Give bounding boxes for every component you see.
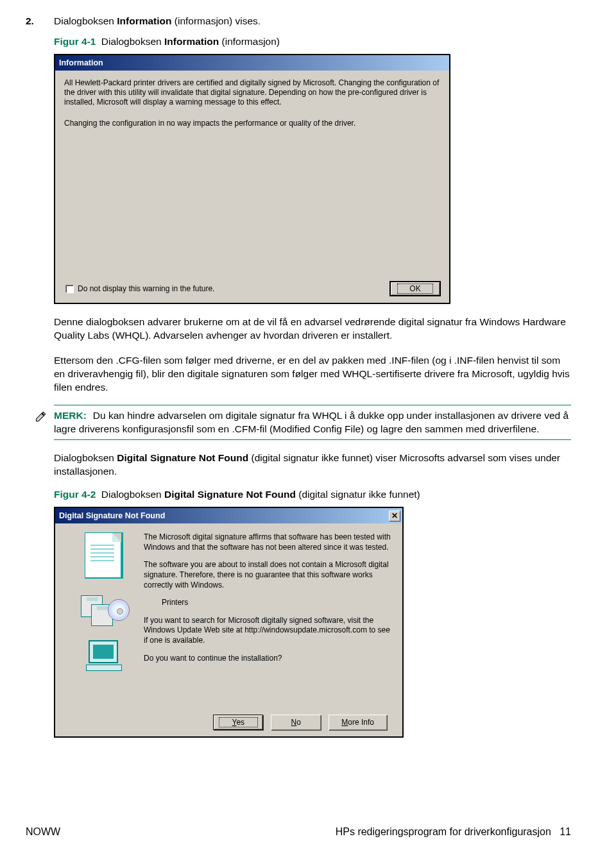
dsnf-sidebar: ? bbox=[64, 532, 144, 684]
more-info-button[interactable]: More Info bbox=[329, 715, 387, 730]
step-item: 2. Dialogboksen Information (informasjon… bbox=[26, 15, 571, 27]
dsnf-p4: Do you want to continue the installation… bbox=[144, 654, 391, 664]
disks-icon bbox=[81, 591, 127, 627]
no-button[interactable]: No bbox=[271, 715, 321, 730]
information-dialog: Information All Hewlett-Packard printer … bbox=[54, 54, 450, 304]
page-footer: NOWW HPs redigeringsprogram for driverko… bbox=[26, 826, 571, 838]
information-text-1: All Hewlett-Packard printer drivers are … bbox=[64, 78, 440, 107]
ok-button[interactable]: OK bbox=[390, 282, 440, 296]
dsnf-body-text: The Microsoft digital signature affirms … bbox=[144, 532, 393, 684]
paragraph-cfg-inf: Ettersom den .CFG-filen som følger med d… bbox=[54, 354, 571, 395]
dsnf-p2: The software you are about to install do… bbox=[144, 560, 391, 590]
suppress-warning-label: Do not display this warning in the futur… bbox=[78, 284, 214, 293]
information-title: Information bbox=[59, 58, 103, 67]
information-titlebar[interactable]: Information bbox=[55, 55, 449, 71]
footer-right: HPs redigeringsprogram for driverkonfigu… bbox=[336, 826, 571, 838]
dsnf-device: Printers bbox=[162, 598, 391, 608]
information-text-2: Changing the configuration in no way imp… bbox=[64, 119, 440, 128]
computer-icon: ? bbox=[86, 640, 122, 671]
note-icon bbox=[35, 410, 47, 423]
close-button[interactable]: ✕ bbox=[389, 511, 400, 522]
dsnf-titlebar[interactable]: Digital Signature Not Found ✕ bbox=[55, 508, 402, 523]
suppress-warning-checkbox[interactable]: Do not display this warning in the futur… bbox=[65, 284, 214, 293]
information-body: All Hewlett-Packard printer drivers are … bbox=[55, 71, 449, 146]
paragraph-dsnf: Dialogboksen Digital Signature Not Found… bbox=[54, 452, 571, 479]
digital-signature-dialog: Digital Signature Not Found ✕ ? bbox=[54, 507, 404, 738]
close-icon: ✕ bbox=[391, 511, 398, 520]
document-icon bbox=[85, 532, 123, 579]
footer-left: NOWW bbox=[26, 826, 60, 838]
figure-1-caption: Figur 4-1 Dialogboksen Information (info… bbox=[54, 36, 571, 47]
figure-2-caption: Figur 4-2 Dialogboksen Digital Signature… bbox=[54, 489, 571, 500]
dsnf-title: Digital Signature Not Found bbox=[59, 511, 165, 520]
dsnf-p3: If you want to search for Microsoft digi… bbox=[144, 616, 391, 646]
note-block: MERK:Du kan hindre advarselen om digital… bbox=[26, 405, 571, 441]
paragraph-whql-warning: Denne dialogboksen advarer brukerne om a… bbox=[54, 316, 571, 343]
note-text: Du kan hindre advarselen om digitale sig… bbox=[54, 410, 569, 434]
yes-button[interactable]: Yes bbox=[213, 715, 263, 730]
step-number: 2. bbox=[26, 15, 38, 27]
step-text: Dialogboksen Information (informasjon) v… bbox=[54, 15, 261, 27]
checkbox-icon bbox=[65, 285, 74, 293]
note-label: MERK: bbox=[54, 410, 87, 421]
dsnf-p1: The Microsoft digital signature affirms … bbox=[144, 532, 391, 552]
